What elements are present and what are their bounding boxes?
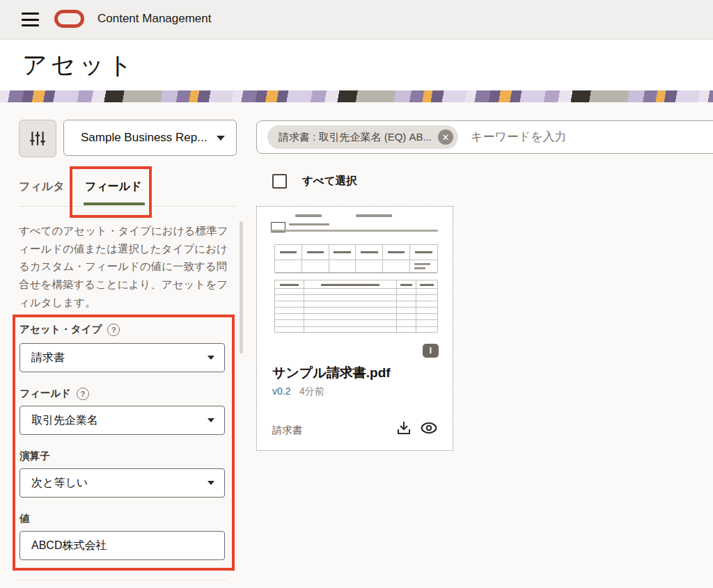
sidebar-bottom-divider: [17, 580, 226, 580]
asset-type-select[interactable]: 請求書: [19, 343, 225, 372]
download-icon: [395, 420, 412, 436]
collection-dropdown-value: Sample Business Rep...: [81, 131, 217, 145]
tab-fields[interactable]: フィールド: [85, 180, 142, 194]
help-icon[interactable]: ?: [107, 324, 120, 336]
chip-remove-icon[interactable]: ✕: [438, 129, 453, 145]
asset-card[interactable]: I サンプル請求書.pdf v0.2 4分前 請求書: [256, 206, 453, 451]
asset-filename: サンプル請求書.pdf: [272, 364, 391, 382]
select-all-label: すべて選択: [302, 174, 357, 189]
sidebar-scrollbar[interactable]: [240, 221, 243, 353]
operator-label: 演算子: [19, 450, 50, 463]
sliders-icon: [29, 129, 47, 148]
content-management-window: Content Management アセット Sample Business …: [0, 0, 713, 588]
invoice-summary-table: [274, 244, 438, 273]
active-tab-underline: [84, 202, 145, 205]
asset-version-link[interactable]: v0.2: [272, 386, 290, 397]
image-asset-badge: I: [423, 344, 439, 358]
tabs-divider: [19, 206, 237, 207]
eye-icon: [420, 419, 438, 437]
page-header: アセット: [0, 40, 713, 90]
page-title: アセット: [22, 49, 136, 81]
help-icon[interactable]: ?: [77, 388, 89, 400]
decorative-banner: [0, 90, 713, 102]
search-filter-chip[interactable]: 請求書 : 取引先企業名 (EQ) AB... ✕: [267, 125, 458, 149]
invoice-items-table: [274, 280, 438, 333]
chevron-down-icon: [217, 136, 225, 141]
filter-panel-toggle-button[interactable]: [19, 120, 56, 157]
value-input[interactable]: [31, 539, 214, 552]
oracle-logo-icon: [54, 10, 84, 28]
search-bar: 請求書 : 取引先企業名 (EQ) AB... ✕: [256, 120, 713, 154]
top-bar: Content Management: [0, 0, 713, 40]
keyword-search-input[interactable]: [469, 129, 713, 145]
value-input-wrap: [19, 531, 225, 560]
app-title: Content Management: [97, 12, 212, 26]
chevron-down-icon: [207, 481, 214, 485]
asset-type-tag: 請求書: [272, 424, 303, 437]
preview-button[interactable]: [420, 419, 438, 437]
filter-description-text: すべてのアセット・タイプにおける標準フィールドの値または選択したタイプにおけるカ…: [19, 222, 229, 312]
chevron-down-icon: [207, 356, 214, 360]
collection-dropdown[interactable]: Sample Business Rep...: [63, 120, 237, 156]
download-button[interactable]: [395, 419, 413, 437]
select-all-checkbox[interactable]: [272, 174, 287, 189]
hamburger-menu-icon[interactable]: [22, 13, 39, 26]
search-filter-chip-label: 請求書 : 取引先企業名 (EQ) AB...: [279, 131, 432, 144]
field-label: フィールド ?: [19, 387, 89, 400]
chevron-down-icon: [207, 418, 214, 422]
operator-select[interactable]: 次と等しい: [19, 468, 225, 498]
value-label: 値: [19, 512, 30, 525]
asset-modified-time: 4分前: [299, 386, 324, 398]
field-select[interactable]: 取引先企業名: [19, 406, 225, 435]
asset-type-label: アセット・タイプ ?: [19, 323, 120, 336]
tab-filter[interactable]: フィルタ: [19, 180, 65, 194]
